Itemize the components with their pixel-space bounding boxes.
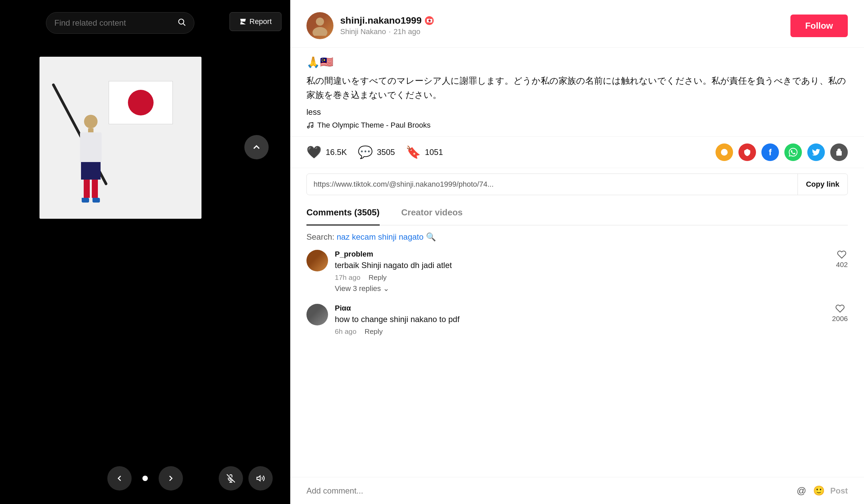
right-panel: shinji.nakano1999 🇯🇵 Shinji Nakano · 21h…: [290, 0, 864, 504]
share-whatsapp-button[interactable]: [784, 143, 802, 161]
comments-section: Search: naz kecam shinji nagato 🔍 P_prob…: [290, 226, 864, 477]
report-label: Report: [249, 17, 272, 26]
bookmarks-button[interactable]: 🔖 1051: [406, 145, 443, 159]
prev-button[interactable]: [107, 466, 132, 491]
comment-body: P_problem terbaik Shinji nagato dh jadi …: [335, 250, 829, 293]
svg-point-9: [311, 125, 313, 128]
svg-point-8: [308, 126, 310, 128]
svg-point-0: [179, 19, 184, 24]
search-button[interactable]: [177, 17, 186, 29]
search-suggestion: Search: naz kecam shinji nagato 🔍: [307, 232, 848, 242]
post-meta: Shinji Nakano · 21h ago: [340, 27, 784, 36]
mention-icon[interactable]: @: [797, 485, 806, 496]
share-facebook-button[interactable]: f: [761, 143, 779, 161]
share-twitter-button[interactable]: [807, 143, 825, 161]
svg-point-10: [721, 149, 728, 156]
comment-text: terbaik Shinji nagato dh jadi atlet: [335, 261, 829, 270]
bookmark-icon: 🔖: [406, 145, 421, 159]
avatar: [307, 12, 334, 39]
reply-button[interactable]: Reply: [369, 274, 387, 281]
next-button[interactable]: [159, 466, 183, 491]
comment-username: P_problem: [335, 250, 829, 259]
comment-body: Piαα how to change shinji nakano to pdf …: [335, 304, 825, 336]
heart-icon: 🖤: [307, 145, 322, 159]
comment-avatar: [307, 250, 328, 272]
scroll-up-button[interactable]: [244, 135, 269, 159]
reply-button[interactable]: Reply: [364, 327, 383, 336]
post-header: shinji.nakano1999 🇯🇵 Shinji Nakano · 21h…: [290, 0, 864, 48]
view-replies-button[interactable]: View 3 replies ⌄: [335, 284, 829, 293]
comment-text: how to change shinji nakano to pdf: [335, 315, 825, 324]
comment-avatar: [307, 304, 328, 325]
comment-input[interactable]: [307, 486, 791, 495]
comment-like-button[interactable]: 402: [836, 250, 848, 293]
comment-like-button[interactable]: 2006: [832, 304, 848, 336]
share-red-button[interactable]: [739, 143, 756, 161]
engagement-row: 🖤 16.5K 💬 3505 🔖 1051: [290, 137, 864, 168]
page-indicator: [142, 476, 148, 481]
comment-item: P_problem terbaik Shinji nagato dh jadi …: [307, 250, 848, 293]
sound-button[interactable]: [248, 466, 273, 491]
avatar-image: [307, 12, 334, 39]
url-text: https://www.tiktok.com/@shinji.nakano199…: [307, 180, 797, 189]
comment-input-bar: @ 🙂 Post: [290, 477, 864, 504]
less-button[interactable]: less: [307, 107, 321, 117]
likes-button[interactable]: 🖤 16.5K: [307, 145, 347, 159]
user-info: shinji.nakano1999 🇯🇵 Shinji Nakano · 21h…: [340, 15, 784, 36]
svg-point-6: [316, 17, 324, 26]
comment-actions: 6h ago Reply: [335, 327, 825, 336]
comment-icon: 💬: [358, 145, 373, 159]
comments-button[interactable]: 💬 3505: [358, 145, 395, 159]
svg-marker-5: [257, 476, 260, 481]
left-panel: Report: [0, 0, 290, 504]
follow-button[interactable]: Follow: [790, 14, 848, 37]
share-more-button[interactable]: [830, 143, 848, 161]
tab-creator-videos[interactable]: Creator videos: [401, 201, 463, 225]
comment-input-icons: @ 🙂: [797, 485, 825, 496]
search-input[interactable]: [54, 18, 177, 28]
url-bar: https://www.tiktok.com/@shinji.nakano199…: [307, 173, 848, 195]
svg-point-7: [313, 27, 327, 36]
post-content: 🙏🇲🇾 私の間違いをすべてのマレーシア人に謝罪します。どうか私の家族の名前には触…: [290, 48, 864, 137]
comment-username: Piαα: [335, 304, 825, 313]
search-bar: [46, 12, 194, 34]
search-query-link[interactable]: naz kecam shinji nagato: [336, 232, 423, 241]
post-emojis: 🙏🇲🇾: [307, 56, 848, 69]
tab-comments[interactable]: Comments (3505): [307, 201, 380, 226]
bottom-controls: [0, 466, 290, 491]
tabs: Comments (3505) Creator videos: [307, 201, 848, 226]
copy-link-button[interactable]: Copy link: [797, 174, 848, 195]
verified-badge: 🇯🇵: [425, 16, 434, 25]
comment-item: Piαα how to change shinji nakano to pdf …: [307, 304, 848, 336]
post-comment-button[interactable]: Post: [830, 486, 848, 495]
emoji-icon[interactable]: 🙂: [813, 485, 825, 496]
comment-actions: 17h ago Reply: [335, 274, 829, 281]
post-text: 私の間違いをすべてのマレーシア人に謝罪します。どうか私の家族の名前には触れないで…: [307, 74, 848, 102]
music-info: The Olympic Theme - Paul Brooks: [307, 121, 848, 130]
svg-line-1: [183, 23, 185, 25]
share-vk-button[interactable]: [716, 143, 733, 161]
username: shinji.nakano1999 🇯🇵: [340, 15, 784, 26]
share-icons: f: [716, 143, 848, 161]
report-button[interactable]: Report: [229, 12, 281, 31]
post-image: [39, 57, 202, 219]
mute-button[interactable]: [219, 466, 243, 491]
